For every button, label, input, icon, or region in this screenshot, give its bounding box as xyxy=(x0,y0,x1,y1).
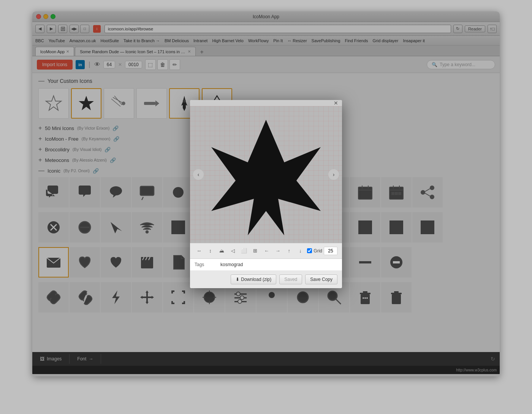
tool-align-left[interactable]: ◁ xyxy=(228,246,238,255)
modal-close-button[interactable]: ✕ xyxy=(332,100,340,106)
modal-drag-bar: ✕ xyxy=(190,100,342,106)
tool-flip-h[interactable]: ↔ xyxy=(195,246,204,255)
tool-flip-v[interactable]: ↕ xyxy=(206,246,215,255)
save-copy-button[interactable]: Save Copy xyxy=(305,274,337,284)
grid-label: Grid xyxy=(314,248,322,254)
tags-label: Tags xyxy=(195,262,217,267)
grid-value-input[interactable]: 25 xyxy=(324,247,337,255)
download-label: Download (zip) xyxy=(241,277,271,282)
modal-toolbar: ↔ ↕ ⛰ ◁ ⬜ ⊞ ← → ↑ ↓ Grid 25 xyxy=(190,243,342,259)
tool-add[interactable]: ⊞ xyxy=(251,246,260,255)
download-icon: ⬇ xyxy=(236,277,239,282)
tool-copy[interactable]: ⬜ xyxy=(240,246,249,255)
grid-checkbox[interactable] xyxy=(307,248,312,253)
tool-arrow-left[interactable]: ← xyxy=(262,246,271,255)
icon-display-area xyxy=(190,106,342,243)
tool-arrow-right[interactable]: → xyxy=(273,246,282,255)
tool-arrow-down[interactable]: ↓ xyxy=(296,246,305,255)
tool-mountain[interactable]: ⛰ xyxy=(217,246,226,255)
modal-canvas: ‹ › xyxy=(190,106,342,243)
modal-footer: ⬇ Download (zip) Saved Save Copy xyxy=(190,271,342,288)
grid-checkbox-group[interactable]: Grid 25 xyxy=(307,247,337,255)
modal-overlay: ✕ xyxy=(32,11,500,376)
saved-button[interactable]: Saved xyxy=(279,274,302,284)
tags-value: kosmograd xyxy=(220,262,243,267)
download-button[interactable]: ⬇ Download (zip) xyxy=(231,274,276,284)
icon-svg xyxy=(205,114,327,235)
modal-tags-row: Tags kosmograd xyxy=(190,259,342,271)
tool-arrow-up[interactable]: ↑ xyxy=(285,246,294,255)
icon-edit-modal: ✕ xyxy=(190,100,342,288)
